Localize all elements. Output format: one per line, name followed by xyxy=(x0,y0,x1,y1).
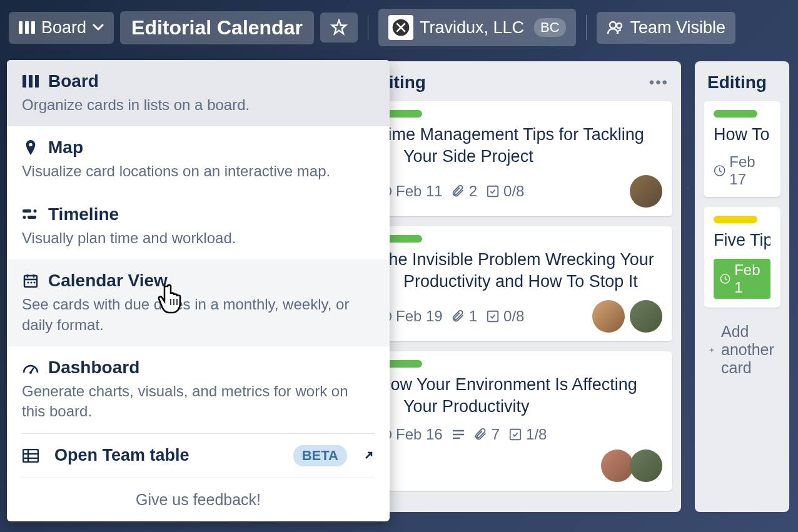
svg-point-20 xyxy=(29,143,33,147)
checklist-badge: 0/8 xyxy=(486,308,524,325)
svg-point-29 xyxy=(28,282,29,284)
star-icon xyxy=(330,19,348,36)
divider xyxy=(586,15,587,40)
svg-rect-9 xyxy=(488,311,498,322)
avatar[interactable] xyxy=(601,449,634,482)
card-title: The Invisible Problem Wrecking Your Prod… xyxy=(378,249,662,293)
checklist-icon xyxy=(486,184,500,198)
org-icon xyxy=(388,15,413,40)
card-footer: Feb 17 xyxy=(714,153,770,188)
card-footer: Feb 16 7 1/8 xyxy=(378,426,662,443)
svg-rect-14 xyxy=(510,429,521,439)
svg-rect-34 xyxy=(23,449,38,462)
description-icon xyxy=(452,429,465,440)
card[interactable]: How Your Environment Is Affecting Your P… xyxy=(368,351,672,490)
dropdown-title: Board xyxy=(48,71,99,91)
board-icon xyxy=(19,21,35,34)
timeline-icon xyxy=(22,208,39,221)
list-editing: Editing How To Find More Hours Feb 17 Fi… xyxy=(695,61,789,512)
card-footer: Feb 1 xyxy=(714,259,770,299)
svg-rect-19 xyxy=(35,75,39,88)
avatar[interactable] xyxy=(630,300,662,333)
svg-rect-2 xyxy=(31,21,35,34)
svg-rect-7 xyxy=(488,186,498,197)
board-title[interactable]: Editorial Calendar xyxy=(120,11,314,44)
card[interactable]: Five Tips Feb 1 xyxy=(704,207,780,308)
team-icon xyxy=(607,20,624,35)
list-title[interactable]: Editing xyxy=(707,73,767,93)
dropdown-item-timeline[interactable]: Timeline Visually plan time and workload… xyxy=(7,193,390,259)
beta-badge: BETA xyxy=(293,445,347,466)
svg-rect-17 xyxy=(23,75,26,88)
svg-point-33 xyxy=(29,371,32,374)
checklist-icon xyxy=(486,309,500,323)
card-title: How Your Environment Is Affecting Your P… xyxy=(378,374,662,418)
list-menu-icon[interactable]: ••• xyxy=(649,74,669,91)
attachment-icon xyxy=(452,309,465,323)
svg-rect-22 xyxy=(28,216,36,219)
svg-rect-21 xyxy=(23,209,31,213)
team-table-label: Open Team table xyxy=(54,446,278,465)
dropdown-desc: Visually plan time and workload. xyxy=(22,228,375,248)
add-card-label: Add another card xyxy=(721,323,775,377)
dropdown-item-calendar[interactable]: Calendar View See cards with due dates i… xyxy=(7,259,390,346)
card-footer: Feb 11 2 0/8 xyxy=(378,175,662,208)
attachments-badge: 1 xyxy=(452,308,477,325)
avatar[interactable] xyxy=(630,449,662,482)
description-badge xyxy=(452,429,465,440)
visibility-button[interactable]: Team Visible xyxy=(597,12,736,44)
svg-point-31 xyxy=(34,282,36,284)
svg-point-30 xyxy=(31,282,33,284)
svg-point-24 xyxy=(23,216,26,219)
dropdown-title: Map xyxy=(48,138,83,158)
dropdown-desc: Visualize card locations on an interacti… xyxy=(22,161,375,181)
avatar[interactable] xyxy=(592,300,625,333)
card[interactable]: The Invisible Problem Wrecking Your Prod… xyxy=(368,226,672,341)
chevron-down-icon xyxy=(93,24,104,31)
svg-rect-18 xyxy=(29,75,33,88)
plus-icon xyxy=(709,343,715,357)
dropdown-desc: Organize cards in lists on a board. xyxy=(22,95,375,115)
card-title: Five Tips xyxy=(714,229,770,251)
dropdown-item-board[interactable]: Board Organize cards in lists on a board… xyxy=(7,60,390,126)
svg-point-5 xyxy=(617,23,622,28)
clock-icon xyxy=(714,164,725,178)
calendar-icon xyxy=(22,273,39,288)
avatar[interactable] xyxy=(630,175,662,208)
org-button[interactable]: Travidux, LLC BC xyxy=(378,9,576,46)
external-link-icon xyxy=(362,449,375,462)
org-name: Travidux, LLC xyxy=(420,18,524,38)
checklist-badge: 0/8 xyxy=(486,183,524,200)
dropdown-desc: Generate charts, visuals, and metrics fo… xyxy=(22,381,375,422)
view-switcher[interactable]: Board xyxy=(9,12,114,44)
dropdown-desc: See cards with due dates in a monthly, w… xyxy=(22,294,375,335)
label-green[interactable] xyxy=(714,110,757,118)
attachments-badge: 2 xyxy=(452,183,477,200)
dashboard-icon xyxy=(22,361,39,374)
card[interactable]: How To Find More Hours Feb 17 xyxy=(704,101,780,197)
due-badge: Feb 17 xyxy=(714,153,770,188)
dropdown-title: Timeline xyxy=(48,204,119,224)
svg-point-4 xyxy=(610,22,616,28)
dropdown-item-map[interactable]: Map Visualize card locations on an inter… xyxy=(7,126,390,193)
svg-point-23 xyxy=(34,209,37,213)
card-title: How To Find More Hours xyxy=(714,124,770,146)
label-yellow[interactable] xyxy=(714,216,757,223)
add-card-button[interactable]: Add another card xyxy=(704,318,780,382)
divider xyxy=(368,15,368,40)
attachments-badge: 7 xyxy=(474,426,500,443)
card-title: Time Management Tips for Tackling Your S… xyxy=(378,124,662,168)
star-button[interactable] xyxy=(320,13,358,43)
dropdown-item-dashboard[interactable]: Dashboard Generate charts, visuals, and … xyxy=(7,346,390,433)
view-dropdown: Board Organize cards in lists on a board… xyxy=(7,60,390,521)
dropdown-title: Calendar View xyxy=(48,271,168,291)
feedback-link[interactable]: Give us feedback! xyxy=(7,478,390,521)
checklist-badge: 1/8 xyxy=(508,426,547,443)
svg-rect-25 xyxy=(24,276,37,287)
card[interactable]: Time Management Tips for Tackling Your S… xyxy=(368,101,672,216)
svg-point-3 xyxy=(393,19,410,36)
checklist-icon xyxy=(508,428,522,441)
dropdown-title: Dashboard xyxy=(48,358,139,378)
dropdown-team-table[interactable]: Open Team table BETA xyxy=(7,434,390,478)
list-writing: Writing ••• Time Management Tips for Tac… xyxy=(350,61,681,512)
